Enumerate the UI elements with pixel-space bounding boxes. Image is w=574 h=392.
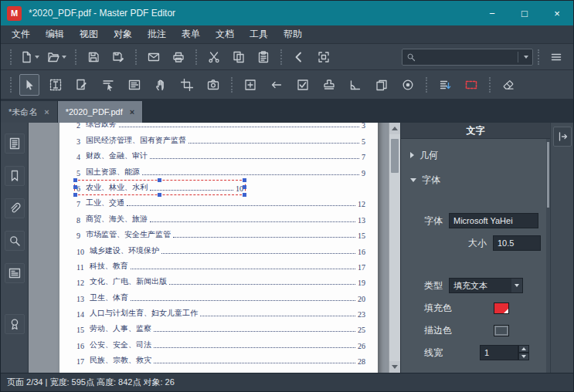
toc-line[interactable]: 17民族、宗教、救灾28 [76, 353, 365, 368]
toc-line[interactable]: 2综合政务3 [76, 123, 365, 132]
toc-line[interactable]: 7工业、交通12 [76, 195, 365, 211]
selection-handle[interactable] [158, 178, 161, 182]
toc-line[interactable]: 15劳动、人事、监察25 [76, 321, 365, 336]
line-width-stepper[interactable]: 1 [480, 345, 529, 360]
selection-handle[interactable] [243, 185, 246, 189]
select-text-button[interactable] [98, 74, 118, 96]
page-thumbnails-button[interactable] [5, 133, 25, 154]
form-list-button[interactable] [124, 74, 144, 96]
toc-line[interactable]: 8商贸、海关、旅游13 [76, 211, 365, 226]
minimize-button[interactable]: − [476, 1, 508, 25]
fill-type-dropdown[interactable]: 填充文本 [449, 278, 523, 293]
select-area-button[interactable] [314, 47, 334, 67]
toc-line[interactable]: 13卫生、体育20 [76, 289, 365, 305]
menu-item-view[interactable]: 视图 [72, 25, 106, 43]
select-cursor-button[interactable] [19, 74, 39, 96]
font-size-field[interactable]: 10.5 [493, 235, 541, 251]
menu-item-object[interactable]: 对象 [106, 25, 140, 43]
toc-line[interactable]: 5国土资源、能源9 [76, 164, 365, 179]
document-tab-1[interactable]: *2020_PDF.pdf× [58, 101, 143, 123]
toc-line[interactable]: 4财政、金融、审计7 [76, 148, 365, 164]
line-width-increment-button[interactable] [518, 345, 529, 353]
selection-handle[interactable] [73, 178, 77, 182]
selected-text-object[interactable]: 6农业、林业、水利10 [76, 182, 243, 193]
document-viewport[interactable]: 2综合政务33国民经济管理、国有资产监督54财政、金融、审计75国土资源、能源9… [29, 123, 389, 373]
radio-field-button[interactable] [398, 74, 418, 96]
previous-view-button[interactable] [289, 47, 309, 67]
bookmarks-button[interactable] [5, 166, 25, 186]
menu-item-help[interactable]: 帮助 [276, 25, 310, 43]
toc-line[interactable]: 10城乡建设、环境保护16 [76, 242, 365, 258]
paste-button[interactable] [253, 47, 273, 67]
toc-line[interactable]: 16公安、安全、司法26 [76, 336, 365, 352]
maximize-button[interactable]: □ [508, 1, 541, 25]
selection-handle[interactable] [158, 193, 161, 197]
search-input[interactable] [419, 52, 515, 62]
email-button[interactable] [144, 47, 164, 67]
print-button[interactable] [168, 47, 189, 67]
toc-line[interactable]: 9市场监管、安全生产监管15 [76, 227, 365, 242]
open-folder-button[interactable] [46, 47, 68, 67]
search-document-button[interactable] [5, 231, 25, 251]
edit-document-button[interactable] [72, 74, 92, 96]
snapshot-camera-button[interactable] [203, 74, 223, 96]
selection-handle[interactable] [243, 178, 246, 182]
section-font[interactable]: 字体 [410, 171, 550, 188]
selection-handle[interactable] [73, 193, 77, 197]
panel-scrollbar-thumb[interactable] [547, 142, 549, 208]
cut-button[interactable] [204, 47, 224, 67]
scroll-up-button[interactable] [389, 123, 400, 134]
copy-button[interactable] [229, 47, 249, 67]
stroke-color-swatch[interactable] [494, 325, 509, 336]
menu-item-file[interactable]: 文件 [4, 25, 38, 43]
stamp-button[interactable] [319, 74, 339, 96]
arrow-annotation-button[interactable] [267, 74, 287, 96]
menu-item-document[interactable]: 文档 [208, 25, 242, 43]
crop-button[interactable] [177, 74, 197, 96]
search-box[interactable] [402, 49, 533, 66]
attachments-button[interactable] [5, 198, 25, 218]
toc-line[interactable]: 12文化、广电、新闻出版19 [76, 274, 365, 289]
font-family-field[interactable]: Microsoft YaHei [449, 213, 538, 228]
form-fields-button[interactable] [5, 263, 25, 283]
new-document-button[interactable] [19, 47, 41, 67]
measure-angle-button[interactable] [345, 74, 365, 96]
pdf-page[interactable]: 2综合政务33国民经济管理、国有资产监督54财政、金融、审计75国土资源、能源9… [59, 123, 378, 373]
document-tab-0[interactable]: *未命名× [1, 101, 58, 123]
signature-button[interactable] [5, 314, 25, 334]
save-as-button[interactable] [108, 47, 128, 67]
menu-item-edit[interactable]: 编辑 [38, 25, 72, 43]
line-width-decrement-button[interactable] [518, 353, 529, 360]
section-geometry[interactable]: 几何 [410, 147, 550, 164]
toc-line[interactable]: 14人口与计划生育、妇女儿童工作23 [76, 306, 365, 321]
close-button[interactable]: × [541, 1, 573, 25]
menu-item-form[interactable]: 表单 [174, 25, 208, 43]
search-dropdown-icon[interactable] [524, 56, 528, 59]
menu-item-comment[interactable]: 批注 [140, 25, 174, 43]
selection-handle[interactable] [73, 185, 77, 189]
selection-handle[interactable] [243, 193, 246, 197]
toc-line[interactable]: 3国民经济管理、国有资产监督5 [76, 132, 365, 147]
toolbar-overflow-button[interactable] [546, 47, 566, 67]
checkbox-field-button[interactable] [293, 74, 313, 96]
scrollbar-track[interactable] [389, 134, 400, 361]
toc-line[interactable]: 11科技、教育17 [76, 259, 365, 274]
eraser-button[interactable] [498, 74, 518, 96]
add-note-button[interactable] [240, 74, 260, 96]
menu-item-tools[interactable]: 工具 [242, 25, 276, 43]
line-width-field[interactable]: 1 [480, 345, 518, 360]
save-button[interactable] [83, 47, 104, 67]
sort-lines-button[interactable] [435, 74, 455, 96]
hand-pan-button[interactable] [151, 74, 171, 96]
fill-color-swatch[interactable] [494, 302, 509, 314]
redact-rectangle-button[interactable] [461, 74, 481, 96]
panel-scrollbar[interactable] [546, 139, 550, 373]
vertical-scrollbar[interactable] [389, 123, 400, 373]
scrollbar-thumb[interactable] [391, 139, 399, 173]
tab-close-icon[interactable]: × [44, 107, 49, 117]
scroll-down-button[interactable] [389, 361, 400, 373]
collapse-panel-button[interactable] [553, 127, 572, 147]
pages-button[interactable] [372, 74, 392, 96]
edit-text-button[interactable] [46, 74, 66, 96]
toc-line[interactable]: 6农业、林业、水利10 [76, 180, 365, 195]
